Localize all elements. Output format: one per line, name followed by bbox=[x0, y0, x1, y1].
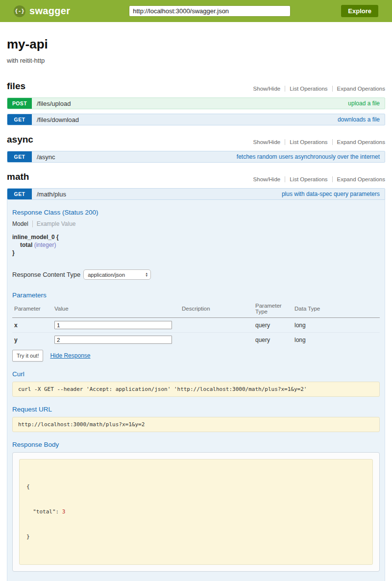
response-class-heading: Response Class (Status 200) bbox=[12, 209, 380, 216]
column-header-value: Value bbox=[52, 301, 180, 318]
section-math: math Show/Hide List Operations Expand Op… bbox=[0, 171, 392, 581]
operation-path[interactable]: /async bbox=[37, 153, 55, 161]
parameter-name: x bbox=[12, 318, 52, 333]
expand-operations-link[interactable]: Expand Operations bbox=[333, 86, 385, 92]
response-content-type-label: Response Content Type bbox=[12, 271, 80, 278]
operation-row-post-files-upload[interactable]: POST /files/upload upload a file bbox=[7, 97, 385, 109]
operation-row-get-math-plus[interactable]: GET /math/plus plus with data-spec query… bbox=[7, 188, 385, 200]
method-badge: GET bbox=[7, 189, 32, 199]
json-total-value: 3 bbox=[62, 508, 66, 515]
section-options: Show/Hide List Operations Expand Operati… bbox=[249, 176, 385, 182]
parameter-description bbox=[180, 318, 253, 333]
column-header-data-type: Data Type bbox=[293, 301, 380, 318]
parameter-row-y: y query long bbox=[12, 333, 380, 347]
curl-heading: Curl bbox=[12, 370, 380, 378]
section-title-files: files bbox=[7, 81, 25, 92]
swagger-logo-icon: {-} bbox=[14, 5, 25, 17]
expand-operations-link[interactable]: Expand Operations bbox=[333, 176, 385, 182]
request-url-heading: Request URL bbox=[12, 406, 380, 413]
parameter-name: y bbox=[12, 333, 52, 347]
api-info: my-api with reitit-http bbox=[0, 22, 392, 81]
model-close-line: } bbox=[12, 249, 380, 257]
section-options: Show/Hide List Operations Expand Operati… bbox=[249, 139, 385, 145]
column-header-parameter-type: Parameter Type bbox=[253, 301, 293, 318]
operation-row-get-files-download[interactable]: GET /files/download downloads a file bbox=[7, 114, 385, 125]
parameter-x-input[interactable] bbox=[54, 321, 172, 329]
list-operations-link[interactable]: List Operations bbox=[285, 86, 332, 92]
parameter-data-type: long bbox=[293, 318, 380, 333]
response-content-type-select[interactable]: application/json ▲▼ bbox=[83, 269, 151, 280]
response-body-box: { "total": 3 } bbox=[19, 459, 373, 565]
header-bar: {-} swagger Explore bbox=[0, 0, 392, 22]
expand-operations-link[interactable]: Expand Operations bbox=[333, 139, 385, 145]
parameters-table: Parameter Value Description Parameter Ty… bbox=[12, 301, 380, 347]
explore-button[interactable]: Explore bbox=[341, 5, 378, 17]
parameter-data-type: long bbox=[293, 333, 380, 347]
section-title-math: math bbox=[7, 171, 29, 182]
response-body-container: { "total": 3 } bbox=[12, 452, 380, 572]
hide-response-link[interactable]: Hide Response bbox=[50, 352, 90, 359]
show-hide-link[interactable]: Show/Hide bbox=[249, 139, 285, 145]
section-title-async: async bbox=[7, 134, 33, 145]
parameter-y-input[interactable] bbox=[54, 336, 172, 344]
section-async: async Show/Hide List Operations Expand O… bbox=[0, 134, 392, 163]
operation-path[interactable]: /files/download bbox=[37, 116, 79, 123]
method-badge: GET bbox=[7, 151, 32, 162]
section-files: files Show/Hide List Operations Expand O… bbox=[0, 81, 392, 125]
swagger-logo[interactable]: {-} swagger bbox=[14, 5, 70, 17]
parameter-description bbox=[180, 333, 253, 347]
tab-divider bbox=[32, 220, 33, 227]
curl-command-box: curl -X GET --header 'Accept: applicatio… bbox=[12, 382, 380, 397]
operation-summary[interactable]: downloads a file bbox=[338, 116, 385, 123]
json-open-brace: { bbox=[26, 483, 366, 491]
swagger-logo-title: swagger bbox=[29, 5, 70, 17]
model-prop-name: total bbox=[20, 242, 32, 248]
model-signature: inline_model_0 { total (integer) } bbox=[12, 233, 380, 257]
json-total-line: "total": 3 bbox=[26, 508, 366, 516]
method-badge: GET bbox=[7, 114, 32, 125]
method-badge: POST bbox=[7, 98, 32, 109]
response-content-type-row: Response Content Type application/json ▲… bbox=[12, 269, 380, 280]
show-hide-link[interactable]: Show/Hide bbox=[249, 176, 285, 182]
model-tabs: Model Example Value bbox=[12, 220, 380, 227]
api-description: with reitit-http bbox=[7, 57, 385, 64]
operation-row-get-async[interactable]: GET /async fetches random users asynchro… bbox=[7, 151, 385, 163]
section-options: Show/Hide List Operations Expand Operati… bbox=[249, 86, 385, 92]
show-hide-link[interactable]: Show/Hide bbox=[249, 86, 285, 92]
operation-summary[interactable]: upload a file bbox=[348, 100, 385, 107]
tab-example-value[interactable]: Example Value bbox=[37, 220, 76, 227]
column-header-parameter: Parameter bbox=[12, 301, 52, 318]
operation-summary[interactable]: fetches random users asynchronously over… bbox=[237, 153, 385, 160]
swagger-ui-page: {-} swagger Explore my-api with reitit-h… bbox=[0, 0, 392, 581]
operation-detail-panel: Response Class (Status 200) Model Exampl… bbox=[7, 200, 385, 581]
column-header-description: Description bbox=[180, 301, 253, 318]
operation-path[interactable]: /math/plus bbox=[37, 191, 66, 198]
parameter-row-x: x query long bbox=[12, 318, 380, 333]
try-it-out-button[interactable]: Try it out! bbox=[12, 350, 43, 362]
operation-summary[interactable]: plus with data-spec query parameters bbox=[282, 191, 385, 197]
model-prop-type: (integer) bbox=[34, 242, 56, 248]
parameter-type: query bbox=[253, 318, 293, 333]
list-operations-link[interactable]: List Operations bbox=[285, 176, 332, 182]
list-operations-link[interactable]: List Operations bbox=[285, 139, 332, 145]
parameters-heading: Parameters bbox=[12, 291, 380, 299]
model-open-line: inline_model_0 { bbox=[12, 233, 380, 241]
selected-content-type: application/json bbox=[88, 272, 125, 278]
request-url-box: http://localhost:3000/math/plus?x=1&y=2 bbox=[12, 417, 380, 432]
json-close-brace: } bbox=[26, 533, 366, 541]
spec-url-input[interactable] bbox=[129, 5, 291, 17]
response-body-heading: Response Body bbox=[12, 441, 380, 448]
operation-path[interactable]: /files/upload bbox=[37, 100, 71, 107]
parameter-type: query bbox=[253, 333, 293, 347]
select-arrows-icon: ▲▼ bbox=[145, 272, 148, 277]
api-title: my-api bbox=[7, 37, 385, 52]
tab-model[interactable]: Model bbox=[12, 220, 28, 227]
